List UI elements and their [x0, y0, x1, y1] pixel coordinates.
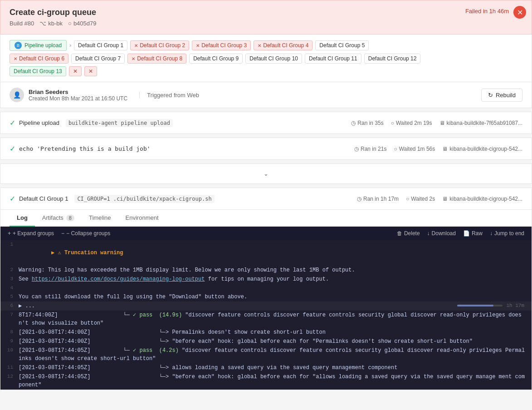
- author-section: 👤 Brian Seeders Created Mon 8th Mar 2021…: [0, 82, 532, 108]
- jump-icon: ↓: [490, 230, 493, 237]
- collapse-groups-button[interactable]: − − Collapse groups: [61, 230, 110, 237]
- commit-icon: ○: [68, 20, 72, 27]
- tab-timeline[interactable]: Timeline: [82, 210, 118, 227]
- log-toolbar-right: 🗑 Delete ↓ Download 📄 Raw ↓ Jump to end: [397, 230, 524, 237]
- log-line-11: 11 [2021-03-08T17:44:05Z] └─> allows loa…: [0, 363, 532, 372]
- job-name-echo[interactable]: echo 'Pretending this is a build job': [19, 145, 151, 152]
- expand-groups-button[interactable]: + + Expand groups: [8, 230, 54, 237]
- job-left-echo: ✓ echo 'Pretending this is a build job': [10, 144, 151, 153]
- author-info: 👤 Brian Seeders Created Mon 8th Mar 2021…: [10, 88, 199, 102]
- line-content-1: ▶ ⚠ Truncation warning: [19, 241, 532, 265]
- detail-job-ran: ◷ Ran in 1h 17m: [357, 196, 399, 202]
- job-cmd-pipeline: buildkite-agent pipeline upload: [66, 119, 173, 127]
- detail-job-agent: 🖥 kibana-buildkite-cigroup-542...: [442, 196, 522, 202]
- detail-job-cmd: CI_GROUP=1 .ci/buildkite/xpack-cigroup.s…: [74, 195, 214, 203]
- job-check-echo: ✓: [10, 144, 15, 153]
- line-content-6: ▶ ...: [19, 302, 240, 310]
- line-content-5: You can still download the full log usin…: [19, 293, 532, 301]
- line-content-7: 8T17:44:00Z] └─ ✓ pass (14.9s) "discover…: [19, 311, 532, 327]
- group-icon-x2[interactable]: ✕: [84, 66, 97, 76]
- line-num-8: 8: [0, 328, 19, 336]
- detail-job-name[interactable]: Default CI Group 1: [19, 195, 68, 202]
- group-tag-10[interactable]: Default CI Group 10: [245, 54, 302, 64]
- pipeline-row-2: ✕ Default CI Group 6 Default CI Group 7 …: [10, 54, 522, 64]
- download-label: Download: [432, 230, 456, 237]
- warn-title: Truncation warning: [64, 250, 123, 256]
- group-tag-8[interactable]: ✕ Default CI Group 8: [127, 54, 186, 64]
- download-icon: ↓: [427, 230, 430, 237]
- group-tag-4[interactable]: ✕ Default CI Group 4: [254, 40, 312, 50]
- group-tag-1[interactable]: Default CI Group 1: [74, 40, 127, 50]
- group-tag-2[interactable]: ✕ Default CI Group 2: [130, 40, 189, 50]
- job-waited-echo: ○ Waited 1m 56s: [394, 146, 435, 152]
- log-toolbar-left: + + Expand groups − − Collapse groups: [8, 230, 110, 237]
- group-tag-6[interactable]: ✕ Default CI Group 6: [10, 54, 68, 64]
- group-tag-5[interactable]: Default CI Group 5: [315, 40, 369, 50]
- clock-icon-detail: ◷: [357, 196, 361, 202]
- collapse-groups-label: − Collapse groups: [66, 230, 110, 237]
- job-check-pipeline: ✓: [10, 119, 15, 127]
- expand-icon: ⌄: [264, 170, 268, 177]
- job-row-echo: ✓ echo 'Pretending this is a build job' …: [0, 138, 532, 160]
- commit-hash: ○ b405d79: [68, 20, 96, 27]
- line-content-11: [2021-03-08T17:44:05Z] └─> allows loadin…: [19, 364, 532, 372]
- author-avatar: 👤: [10, 88, 24, 102]
- tab-environment[interactable]: Environment: [118, 210, 166, 227]
- clock-icon-echo: ◷: [354, 146, 359, 152]
- line-content-3: See https://buildkite.com/docs/guides/ma…: [19, 275, 532, 283]
- raw-button[interactable]: 📄 Raw: [463, 230, 483, 237]
- line-num-4: 4: [0, 284, 19, 292]
- build-header: Create ci-group queue Build #80 ⌥ kb-bk …: [0, 0, 532, 35]
- group-icon-x1[interactable]: ✕: [69, 66, 82, 76]
- expand-row[interactable]: ⌄: [0, 163, 532, 184]
- detail-job-left: ✓ Default CI Group 1 CI_GROUP=1 .ci/buil…: [10, 194, 215, 203]
- rebuild-icon: ↻: [488, 92, 493, 99]
- tab-log[interactable]: Log: [10, 210, 35, 227]
- delete-icon: 🗑: [397, 230, 402, 237]
- collapse-groups-icon: −: [61, 230, 64, 237]
- build-status: Failed in 1h 46m: [465, 8, 509, 15]
- log-line-2: 2 Warning: This log has exceeded the 1MB…: [0, 266, 532, 275]
- jobs-list: ✓ Pipeline upload buildkite-agent pipeli…: [0, 112, 532, 390]
- group-tag-12[interactable]: Default CI Group 12: [364, 54, 421, 64]
- log-line-9: 9 [2021-03-08T17:44:00Z] └─> "before eac…: [0, 337, 532, 346]
- close-button[interactable]: ✕: [513, 6, 526, 19]
- pipeline-section: B Pipeline upload › Default CI Group 1 ✕…: [0, 35, 532, 82]
- group-tag-7[interactable]: Default CI Group 7: [71, 54, 125, 64]
- job-agent-pipeline: 🖥 kibana-buildkite-7f65ab91087...: [439, 120, 522, 126]
- pipeline-row-1: B Pipeline upload › Default CI Group 1 ✕…: [10, 40, 522, 51]
- detail-job-header: ✓ Default CI Group 1 CI_GROUP=1 .ci/buil…: [0, 188, 532, 210]
- tab-artifacts[interactable]: Artifacts 8: [35, 210, 82, 227]
- detail-job: ✓ Default CI Group 1 CI_GROUP=1 .ci/buil…: [0, 188, 532, 390]
- log-link[interactable]: https://buildkite.com/docs/guides/managi…: [32, 276, 205, 282]
- author-details: Brian Seeders Created Mon 8th Mar 2021 a…: [29, 89, 127, 102]
- pipeline-row-3: Default CI Group 13 ✕ ✕: [10, 66, 522, 76]
- line-num-2: 2: [0, 266, 19, 274]
- tab-artifacts-label: Artifacts: [42, 214, 63, 221]
- agent-icon-echo: 🖥: [442, 146, 448, 152]
- log-body[interactable]: 1 ▶ ⚠ Truncation warning 2 Warning: This…: [0, 240, 532, 390]
- detail-job-check: ✓: [10, 194, 15, 203]
- timer-icon: ○: [391, 120, 394, 126]
- group-tag-3[interactable]: ✕ Default CI Group 3: [192, 40, 251, 50]
- log-toolbar: + + Expand groups − − Collapse groups 🗑 …: [0, 227, 532, 240]
- rebuild-button[interactable]: ↻ Rebuild: [481, 89, 522, 102]
- group-tag-11[interactable]: Default CI Group 11: [305, 54, 361, 64]
- line-content-8: [2021-03-08T17:44:00Z] └─> Permalinks do…: [19, 328, 532, 336]
- group-tag-13[interactable]: Default CI Group 13: [10, 66, 66, 76]
- job-tabs: Log Artifacts 8 Timeline Environment: [0, 210, 532, 227]
- delete-button[interactable]: 🗑 Delete: [397, 230, 420, 237]
- log-line-12: 12 [2021-03-08T17:44:05Z] └─> "before ea…: [0, 372, 532, 390]
- job-name-pipeline[interactable]: Pipeline upload: [19, 119, 59, 126]
- group-tag-9[interactable]: Default CI Group 9: [189, 54, 243, 64]
- jump-to-end-button[interactable]: ↓ Jump to end: [490, 230, 524, 237]
- tab-environment-label: Environment: [126, 214, 159, 221]
- job-agent-echo: 🖥 kibana-buildkite-cigroup-542...: [442, 146, 522, 152]
- branch-name: ⌥ kb-bk: [39, 20, 63, 27]
- download-button[interactable]: ↓ Download: [427, 230, 456, 237]
- pipeline-upload-icon: B: [15, 42, 22, 49]
- line-num-9: 9: [0, 337, 19, 345]
- pipeline-upload-tag[interactable]: B Pipeline upload: [10, 40, 67, 51]
- job-meta-echo: ◷ Ran in 21s ○ Waited 1m 56s 🖥 kibana-bu…: [354, 146, 522, 152]
- line-num-3: 3: [0, 275, 19, 283]
